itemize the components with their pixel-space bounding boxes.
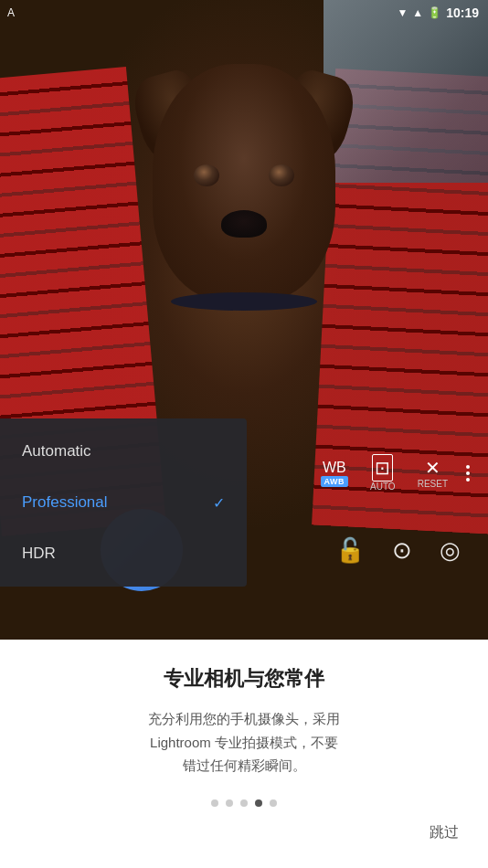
auto-label: AUTO [370,482,396,492]
page-dots [211,799,277,807]
dog-face [153,64,335,302]
reset-icon: ✕ [425,457,440,479]
professional-label: Professional [22,493,108,512]
check-icon: ✓ [213,494,225,512]
mode-dropdown: Automatic Professional ✓ HDR [0,418,247,587]
skip-button[interactable]: 跳过 [422,816,466,850]
dog-head [134,46,354,338]
hdr-label: HDR [22,545,56,563]
timer-icon[interactable]: ⊙ [392,536,412,565]
automatic-label: Automatic [22,442,91,460]
wb-button[interactable]: WB AWB [321,460,349,487]
wb-badge: AWB [321,476,349,487]
dog-eye-left [194,164,219,186]
more-button[interactable] [462,461,473,485]
reset-label: RESET [418,479,448,489]
more-dot-3 [466,478,470,482]
dot-3 [240,799,248,807]
auto-button[interactable]: ⊡ AUTO [370,454,396,492]
signal-icon: ▼ [397,6,408,19]
time-display: 10:19 [446,5,479,20]
dog-collar [171,292,317,311]
dog-nose [221,210,267,238]
status-bar-left: A [7,6,15,19]
more-dot-1 [466,465,470,469]
bottom-title: 专业相机与您常伴 [164,665,324,693]
dot-4 [255,799,262,807]
exposure-icon[interactable]: ◎ [440,536,461,565]
dog-eye-right [269,164,294,186]
dot-5 [270,799,277,807]
dropdown-item-hdr[interactable]: HDR [0,528,247,579]
reset-button[interactable]: ✕ RESET [418,457,448,489]
lock-icon[interactable]: 🔓 [335,536,365,565]
side-icons: 🔓 ⊙ ◎ [335,536,461,565]
battery-icon: 🔋 [428,6,441,19]
auto-focus-icon: ⊡ [372,454,393,482]
wb-label: WB [323,460,346,476]
dot-2 [226,799,233,807]
bottom-description: 充分利用您的手机摄像头，采用Lightroom 专业拍摄模式，不要错过任何精彩瞬… [148,707,340,778]
status-bar: A ▼ ▲ 🔋 10:19 [0,0,488,26]
bottom-panel: 专业相机与您常伴 充分利用您的手机摄像头，采用Lightroom 专业拍摄模式，… [0,640,488,868]
app-icon: A [7,6,15,19]
more-dot-2 [466,471,470,475]
status-bar-right: ▼ ▲ 🔋 10:19 [397,5,479,20]
dropdown-item-automatic[interactable]: Automatic [0,426,247,477]
dropdown-item-professional[interactable]: Professional ✓ [0,477,247,528]
wifi-icon: ▲ [412,6,423,19]
dot-1 [211,799,218,807]
